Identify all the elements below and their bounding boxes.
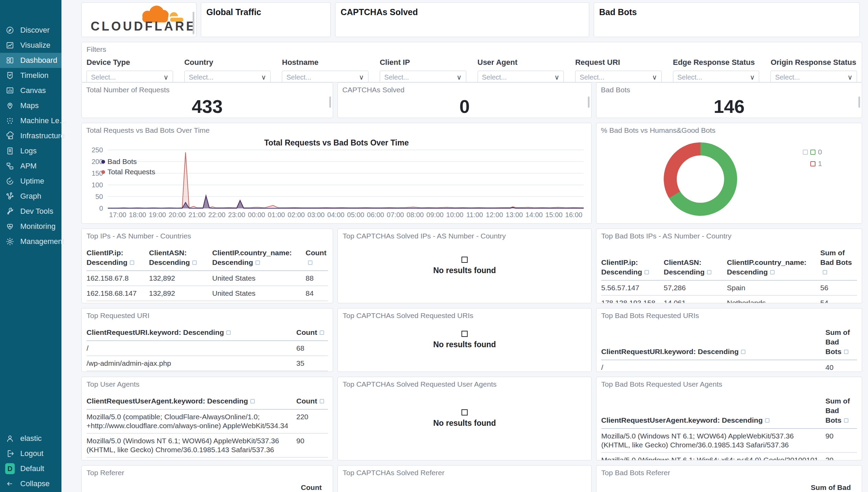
metric-total-number-of-requests: Total Number of Requests433: [81, 82, 333, 118]
sidebar-item-collapse[interactable]: Collapse: [0, 476, 61, 491]
filter-square-icon[interactable]: [192, 260, 197, 265]
column-header[interactable]: Sum of Bad Bots: [825, 328, 857, 360]
data-table: ClientRequestUserAgent.keyword: Descendi…: [87, 396, 328, 458]
svg-text:01:00: 01:00: [268, 211, 285, 219]
filter-label: Origin Response Status: [770, 58, 857, 67]
user-icon: [5, 434, 15, 443]
sidebar-item-default[interactable]: DDefault: [0, 461, 61, 476]
column-header[interactable]: ClientASN: Descending: [664, 248, 727, 280]
table-cell: Spain: [727, 280, 820, 295]
panel-title: Top Bad Bots IPs - AS Number - Country: [601, 229, 857, 243]
column-header[interactable]: ClientIP.country_name: Descending: [212, 248, 306, 271]
column-header[interactable]: ClientRequestUserAgent.keyword: Descendi…: [601, 396, 825, 429]
table-row: 162.158.68.147132,892United States84: [87, 286, 328, 301]
sidebar-item-canvas[interactable]: Canvas: [0, 83, 61, 98]
panel-scrollbar[interactable]: [329, 96, 331, 108]
filter-square-icon[interactable]: [644, 270, 649, 274]
filter-square-icon[interactable]: [308, 260, 312, 265]
panel-title: Top Requested URI: [87, 308, 328, 323]
sidebar-item-elastic[interactable]: elastic: [0, 431, 61, 446]
sidebar-item-monitoring[interactable]: Monitoring: [0, 219, 61, 234]
filter-square-icon[interactable]: [320, 399, 324, 403]
legend-unselect-square[interactable]: [803, 150, 808, 155]
filter-select-country[interactable]: Select...∨: [184, 71, 271, 82]
filter-hostname: HostnameSelect...∨: [282, 58, 368, 82]
no-results-message: No results found: [338, 308, 591, 372]
panel-scrollbar[interactable]: [193, 12, 194, 34]
table-cell: 35: [296, 356, 328, 371]
column-header[interactable]: ClientRequestURI.keyword: Descending: [87, 328, 296, 341]
panel-captchas-solved-header: CAPTCHAs Solved: [335, 2, 589, 37]
filter-label: Client IP: [380, 58, 466, 67]
filter-square-icon[interactable]: [765, 418, 769, 423]
filter-square-icon[interactable]: [250, 399, 255, 403]
legend-square-0[interactable]: [810, 150, 815, 155]
filter-select-client-ip[interactable]: Select...∨: [380, 71, 466, 82]
sidebar-item-logout[interactable]: Logout: [0, 446, 61, 461]
column-header[interactable]: ClientIP.country_name: Descending: [727, 248, 820, 280]
sidebar-item-management[interactable]: Management: [0, 234, 61, 249]
header-panels-row: CLOUDFLARE® Global Traffic CAPTCHAs Solv…: [81, 2, 862, 37]
column-header[interactable]: Sum of Bad: [811, 483, 851, 492]
column-header[interactable]: Count: [296, 328, 328, 341]
space-badge: D: [5, 464, 15, 473]
filter-square-icon[interactable]: [741, 350, 745, 354]
legend-item-total-requests[interactable]: Total Requests: [101, 167, 155, 177]
table-cell: 16: [296, 371, 328, 372]
sidebar-item-discover[interactable]: Discover: [0, 23, 61, 38]
legend-square-1[interactable]: [810, 161, 815, 166]
line-chart[interactable]: 05010015020025017:0018:0019:0020:0021:00…: [82, 136, 591, 224]
donut-chart[interactable]: [664, 142, 737, 216]
column-header[interactable]: ClientASN: Descending: [149, 248, 212, 271]
filter-select-user-agent[interactable]: Select...∨: [478, 71, 564, 82]
column-header[interactable]: Count: [306, 248, 328, 271]
column-header[interactable]: ClientIP.ip: Descending: [601, 248, 664, 280]
filter-select-edge-response-status[interactable]: Select...∨: [673, 71, 760, 82]
sidebar-item-graph[interactable]: Graph: [0, 189, 61, 204]
filter-square-icon[interactable]: [255, 260, 260, 265]
sidebar-item-label: Uptime: [20, 177, 44, 186]
filter-square-icon[interactable]: [844, 350, 848, 354]
sidebar-item-uptime[interactable]: Uptime: [0, 174, 61, 189]
filter-square-icon[interactable]: [844, 418, 848, 423]
chevron-down-icon: ∨: [457, 73, 462, 81]
legend-item-bad-bots[interactable]: Bad Bots: [101, 156, 155, 167]
sidebar-item-logs[interactable]: Logs: [0, 143, 61, 159]
column-header[interactable]: ClientRequestURI.keyword: Descending: [601, 328, 825, 360]
sidebar-item-machine-le[interactable]: Machine Le…: [0, 113, 61, 128]
sidebar-item-dashboard[interactable]: Dashboard: [0, 53, 61, 68]
sidebar-item-label: Visualize: [20, 41, 50, 50]
sidebar-item-timelion[interactable]: Timelion: [0, 68, 61, 83]
column-header[interactable]: Count: [296, 396, 328, 409]
column-header[interactable]: ClientRequestUserAgent.keyword: Descendi…: [87, 396, 296, 409]
panel-scrollbar[interactable]: [588, 96, 590, 108]
table-cell: 20: [825, 453, 857, 460]
filter-square-icon[interactable]: [823, 270, 827, 274]
table-cell: 5.56.57.147: [87, 301, 149, 303]
select-placeholder: Select...: [91, 73, 116, 81]
sidebar-item-apm[interactable]: APM: [0, 159, 61, 174]
svg-text:10:00: 10:00: [446, 211, 464, 219]
filter-square-icon[interactable]: [707, 270, 711, 274]
select-placeholder: Select...: [384, 73, 409, 81]
column-header[interactable]: Count: [301, 483, 322, 492]
sidebar-item-infrastructure[interactable]: Infrastructure: [0, 128, 61, 143]
filter-select-request-uri[interactable]: Select...∨: [575, 71, 662, 82]
filter-select-device-type[interactable]: Select...∨: [87, 71, 173, 82]
svg-text:23:00: 23:00: [228, 211, 245, 219]
sidebar-item-dev-tools[interactable]: Dev Tools: [0, 204, 61, 219]
sidebar-item-maps[interactable]: Maps: [0, 98, 61, 113]
column-header[interactable]: Sum of Bad Bots: [825, 396, 857, 429]
table-row: Mozilla/5.0 (compatible; CloudFlare-Alwa…: [87, 409, 328, 433]
filter-square-icon[interactable]: [130, 260, 134, 265]
panel-scrollbar[interactable]: [858, 96, 860, 108]
filter-square-icon[interactable]: [320, 330, 324, 335]
filter-square-icon[interactable]: [226, 330, 231, 335]
column-header[interactable]: ClientIP.ip: Descending: [87, 248, 149, 271]
column-header[interactable]: Sum of Bad Bots: [820, 248, 857, 280]
filter-select-hostname[interactable]: Select...∨: [282, 71, 368, 82]
sidebar-item-visualize[interactable]: Visualize: [0, 38, 61, 53]
filter-select-origin-response-status[interactable]: Select...∨: [770, 71, 857, 82]
filter-square-icon[interactable]: [770, 270, 775, 274]
column-header-label: ClientRequestUserAgent.keyword: Descendi…: [87, 397, 248, 405]
